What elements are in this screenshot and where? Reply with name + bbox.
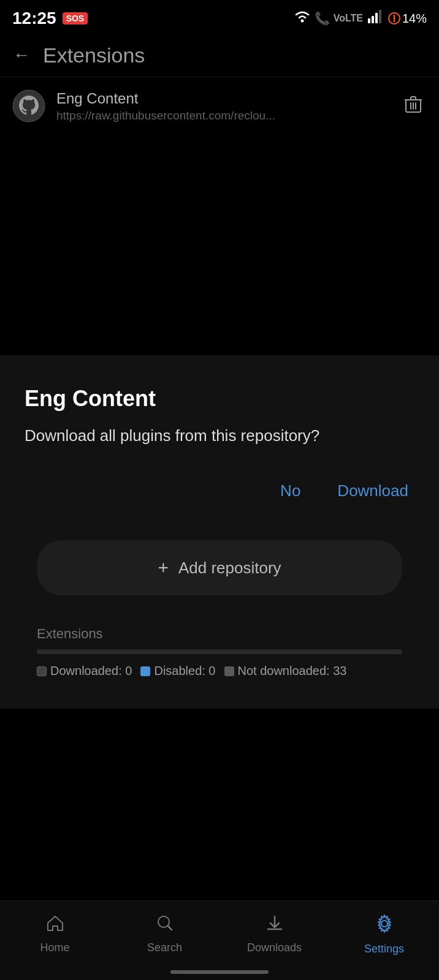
wifi-icon	[294, 10, 311, 27]
dialog-title: Eng Content	[25, 386, 414, 412]
settings-label: Settings	[364, 943, 404, 956]
extensions-label: Extensions	[37, 626, 402, 642]
home-label: Home	[40, 941, 69, 954]
nav-item-home[interactable]: Home	[0, 907, 110, 962]
github-icon	[12, 89, 45, 123]
repo-info: Eng Content https://raw.githubuserconten…	[56, 90, 389, 123]
downloaded-count: Downloaded: 0	[50, 664, 132, 678]
downloads-icon	[265, 913, 284, 938]
call-icon: 📞	[315, 11, 330, 26]
not-downloaded-legend: Not downloaded: 33	[224, 664, 347, 678]
svg-point-7	[13, 90, 45, 122]
nav-item-settings[interactable]: Settings	[329, 907, 439, 962]
svg-rect-2	[372, 16, 374, 23]
svg-point-6	[393, 20, 395, 22]
bottom-indicator	[170, 970, 269, 974]
bottom-navigation: Home Search Downloads Settings	[0, 900, 439, 980]
battery-percent: 14%	[402, 12, 427, 26]
disabled-dot	[140, 666, 150, 676]
status-bar: 12:25 SOS 📞 VoLTE	[0, 0, 439, 34]
svg-point-0	[300, 20, 303, 23]
status-time: 12:25	[12, 9, 56, 28]
svg-rect-3	[375, 13, 378, 23]
disabled-legend: Disabled: 0	[140, 664, 215, 678]
back-button[interactable]: ←	[6, 40, 37, 70]
signal-icon	[367, 10, 384, 27]
repo-name: Eng Content	[56, 90, 389, 107]
add-repository-button[interactable]: + Add repository	[37, 540, 402, 595]
dialog: Eng Content Download all plugins from th…	[0, 355, 439, 709]
search-icon	[155, 913, 175, 938]
dialog-message: Download all plugins from this repositor…	[25, 424, 414, 448]
status-icons: 📞 VoLTE 14%	[294, 10, 427, 27]
not-downloaded-dot	[224, 666, 234, 676]
settings-icon	[374, 913, 395, 939]
extensions-section: Extensions Downloaded: 0 Disabled: 0 Not…	[25, 614, 414, 684]
add-repository-label: Add repository	[178, 559, 281, 578]
home-icon	[45, 913, 65, 938]
svg-rect-4	[379, 10, 381, 23]
search-label: Search	[147, 941, 182, 954]
svg-point-10	[381, 921, 387, 927]
downloaded-legend: Downloaded: 0	[37, 664, 132, 678]
disabled-count: Disabled: 0	[154, 664, 215, 678]
downloaded-dot	[37, 666, 47, 676]
repository-item: Eng Content https://raw.githubuserconten…	[0, 77, 439, 135]
plus-icon: +	[158, 557, 169, 578]
volte-icon: VoLTE	[334, 13, 363, 24]
delete-button[interactable]	[400, 92, 427, 119]
not-downloaded-count: Not downloaded: 33	[238, 664, 347, 678]
dialog-cancel-button[interactable]: No	[274, 478, 307, 503]
nav-item-downloads[interactable]: Downloads	[220, 907, 329, 962]
top-bar: ← Extensions	[0, 34, 439, 77]
extensions-progress-bar	[37, 649, 402, 654]
trash-icon	[405, 96, 422, 116]
battery-icon: 14%	[387, 12, 427, 26]
downloads-label: Downloads	[247, 941, 302, 954]
dialog-actions: No Download	[25, 478, 414, 503]
svg-rect-1	[368, 18, 370, 23]
status-left: 12:25 SOS	[12, 9, 88, 28]
back-arrow-icon: ←	[13, 45, 30, 65]
nav-item-search[interactable]: Search	[110, 907, 220, 962]
dialog-confirm-button[interactable]: Download	[331, 478, 414, 503]
status-sos: SOS	[63, 12, 88, 24]
repo-url: https://raw.githubusercontent.com/reclou…	[56, 109, 389, 123]
page-title: Extensions	[43, 43, 145, 67]
extensions-legend: Downloaded: 0 Disabled: 0 Not downloaded…	[37, 664, 402, 678]
